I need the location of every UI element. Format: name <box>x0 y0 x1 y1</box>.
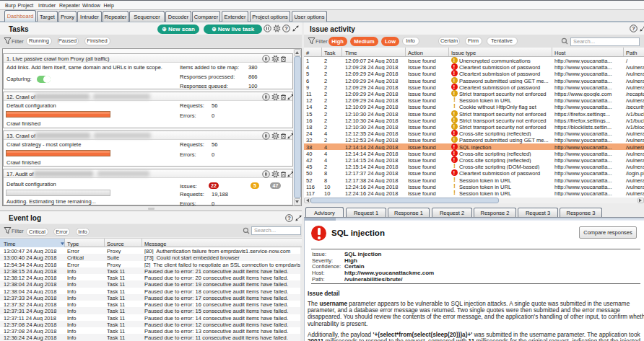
svg-text:?: ? <box>632 25 635 32</box>
svg-text:?: ? <box>284 25 288 32</box>
svg-text:?: ? <box>287 215 291 221</box>
